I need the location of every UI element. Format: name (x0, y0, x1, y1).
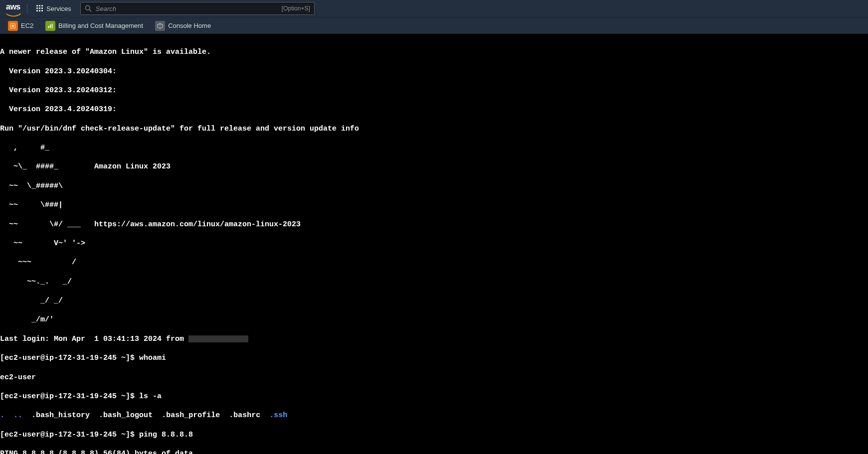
aws-logo-smile-icon (6, 11, 21, 14)
term-version-2: Version 2023.3.20240312: (0, 86, 868, 95)
term-release-notice: A newer release of "Amazon Linux" is ava… (0, 47, 868, 57)
term-ascii-6: ~~ V~' '-> (0, 239, 868, 248)
redacted-ip (188, 335, 248, 342)
search-shortcut: [Option+S] (282, 5, 310, 12)
svg-rect-5 (50, 24, 51, 28)
toolbar-label-console: Console Home (168, 22, 211, 29)
term-ascii-2: ~\_ ####_ Amazon Linux 2023 (0, 162, 868, 171)
search-bar[interactable]: [Option+S] (80, 2, 315, 15)
term-prompt-ping: [ec2-user@ip-172-31-19-245 ~]$ ping 8.8.… (0, 430, 868, 440)
term-prompt-ls: [ec2-user@ip-172-31-19-245 ~]$ ls -a (0, 392, 868, 401)
aws-header: aws Services [Option+S] (0, 0, 868, 17)
toolbar: EC2 Billing and Cost Management Console … (0, 17, 868, 34)
search-icon (85, 5, 92, 12)
term-version-3: Version 2023.4.20240319: (0, 105, 868, 114)
svg-rect-4 (48, 26, 49, 28)
ec2-icon (8, 21, 18, 31)
term-ascii-3: ~~ \_#####\ (0, 181, 868, 191)
term-ascii-4: ~~ \###| (0, 200, 868, 210)
term-ascii-5: ~~ \#/ ___ https://aws.amazon.com/linux/… (0, 220, 868, 229)
term-ascii-10: _/m/' (0, 315, 868, 324)
ls-bash-history: .bash_history (31, 411, 90, 420)
term-ping-header: PING 8.8.8.8 (8.8.8.8) 56(84) bytes of d… (0, 449, 868, 454)
svg-rect-3 (12, 25, 14, 27)
term-ascii-9: _/ _/ (0, 296, 868, 305)
term-whoami-output: ec2-user (0, 373, 868, 382)
term-ls-output: . .. .bash_history .bash_logout .bash_pr… (0, 411, 868, 420)
ls-dot: . (0, 411, 4, 420)
term-run-hint: Run "/usr/bin/dnf check-release-update" … (0, 124, 868, 134)
toolbar-item-billing[interactable]: Billing and Cost Management (43, 20, 145, 32)
aws-logo-text: aws (6, 3, 21, 11)
term-version-1: Version 2023.3.20240304: (0, 67, 868, 76)
term-ascii-7: ~~~ / (0, 258, 868, 267)
ls-bash-profile: .bash_profile (162, 411, 220, 420)
services-button[interactable]: Services (33, 3, 74, 14)
svg-rect-6 (52, 23, 53, 28)
terminal[interactable]: A newer release of "Amazon Linux" is ava… (0, 34, 868, 454)
aws-logo[interactable]: aws (6, 3, 21, 14)
term-ascii-8: ~~._. _/ (0, 277, 868, 287)
ls-bash-logout: .bash_logout (99, 411, 153, 420)
toolbar-item-console[interactable]: Console Home (153, 20, 213, 32)
toolbar-label-billing: Billing and Cost Management (58, 22, 143, 29)
term-last-login: Last login: Mon Apr 1 03:41:13 2024 from (0, 334, 868, 344)
services-label: Services (46, 5, 71, 12)
term-ascii-1: , #_ (0, 143, 868, 152)
toolbar-label-ec2: EC2 (21, 22, 33, 29)
grid-icon (36, 5, 43, 12)
ls-ssh: .ssh (269, 411, 287, 420)
search-input[interactable] (96, 5, 282, 12)
term-prompt-whoami: [ec2-user@ip-172-31-19-245 ~]$ whoami (0, 353, 868, 363)
svg-line-1 (89, 9, 91, 11)
ls-bashrc: .bashrc (229, 411, 260, 420)
ls-dotdot: .. (13, 411, 22, 420)
term-last-login-text: Last login: Mon Apr 1 03:41:13 2024 from (0, 335, 188, 343)
billing-icon (45, 21, 55, 31)
console-icon (155, 21, 165, 31)
svg-point-0 (85, 5, 90, 10)
toolbar-item-ec2[interactable]: EC2 (6, 20, 35, 32)
header-divider (27, 3, 27, 13)
